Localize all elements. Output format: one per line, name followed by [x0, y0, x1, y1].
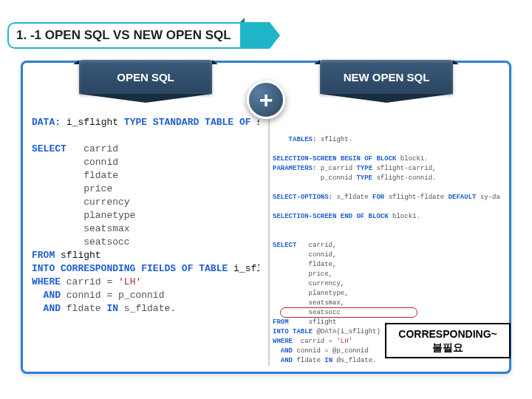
banner-open-sql: OPEN SQL — [79, 60, 212, 94]
section-title-wrap: 1. -1 OPEN SQL VS NEW OPEN SQL — [7, 22, 270, 49]
banner-new-open-sql: NEW OPEN SQL — [320, 60, 453, 94]
banner-label: NEW OPEN SQL — [344, 71, 430, 83]
column-new-open-sql: NEW OPEN SQL TABLES: sflight. SELECTION-… — [264, 63, 509, 372]
note-corresponding: CORRESPONDING~불필요 — [385, 323, 511, 358]
compare-container: OPEN SQL DATA: i_sflight TYPE STANDARD T… — [21, 61, 511, 374]
section-title: 1. -1 OPEN SQL VS NEW OPEN SQL — [7, 22, 242, 49]
banner-label: OPEN SQL — [117, 71, 174, 83]
code-open-sql: DATA: i_sflight TYPE STANDARD TABLE OF s… — [32, 116, 259, 363]
plus-icon: + — [247, 81, 285, 119]
highlight-into-table — [280, 307, 417, 318]
title-ribbon — [240, 22, 270, 49]
column-open-sql: OPEN SQL DATA: i_sflight TYPE STANDARD T… — [23, 63, 268, 372]
